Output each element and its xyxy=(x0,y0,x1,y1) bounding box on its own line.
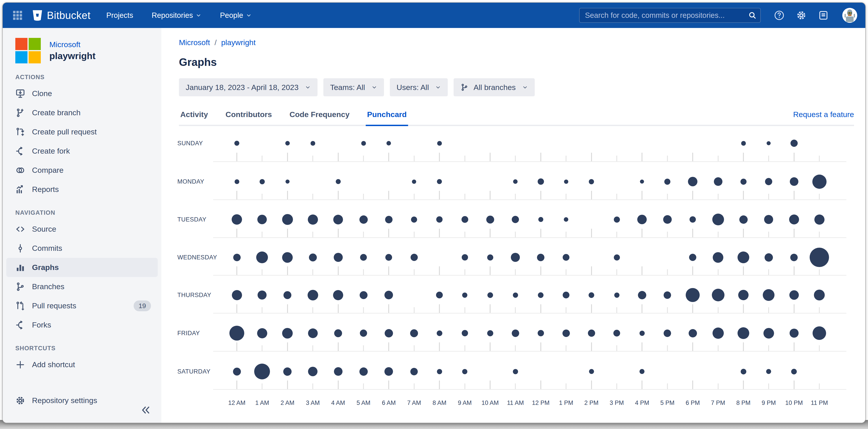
sidebar-item-reports[interactable]: Reports xyxy=(3,180,161,199)
user-avatar[interactable] xyxy=(842,8,857,23)
day-label-saturday: SATURDAY xyxy=(177,368,211,375)
microsoft-logo-square xyxy=(29,38,41,50)
punch-dot-tuesday-2am xyxy=(282,214,293,225)
org-link[interactable]: Microsoft xyxy=(49,40,96,49)
feedback-icon[interactable] xyxy=(818,10,829,21)
punch-dot-wednesday-9am xyxy=(462,254,468,260)
nav-link-people[interactable]: People xyxy=(219,11,253,20)
punch-dot-friday-11am xyxy=(512,330,519,337)
punch-dot-friday-12pm xyxy=(538,330,544,336)
hour-gridline xyxy=(439,266,440,275)
hour-gridline xyxy=(692,304,693,313)
help-icon[interactable] xyxy=(774,10,785,21)
sidebar-item-clone[interactable]: Clone xyxy=(3,84,161,103)
hour-gridline xyxy=(566,345,566,351)
punch-dot-friday-11pm xyxy=(812,326,826,340)
punch-dot-saturday-2pm xyxy=(589,369,594,374)
hour-gridline xyxy=(768,194,769,199)
hour-gridline xyxy=(794,229,795,237)
hour-gridline xyxy=(490,191,491,199)
punch-dot-tuesday-5am xyxy=(360,216,368,224)
hour-gridline xyxy=(338,229,339,237)
punch-dot-wednesday-1pm xyxy=(563,254,569,261)
hour-gridline xyxy=(287,304,288,313)
filter-chip-teams[interactable]: Teams: All xyxy=(323,78,384,96)
sidebar-item-compare[interactable]: Compare xyxy=(3,161,161,180)
punch-dot-wednesday-1am xyxy=(256,252,268,263)
punchcard-chart: SUNDAYMONDAYTUESDAYWEDNESDAYTHURSDAYFRID… xyxy=(161,126,865,412)
hour-gridline xyxy=(591,304,592,313)
chevron-down-icon xyxy=(371,84,377,90)
nav-link-repositories[interactable]: Repositories xyxy=(150,11,203,20)
nav-link-projects[interactable]: Projects xyxy=(105,11,134,20)
punch-dot-monday-1pm xyxy=(564,179,568,184)
hour-gridline xyxy=(261,269,262,275)
hour-gridline xyxy=(515,232,516,237)
hour-gridline xyxy=(490,380,491,389)
filter-chip-users[interactable]: Users: All xyxy=(390,78,448,96)
hour-gridline xyxy=(540,229,541,237)
hour-gridline xyxy=(363,307,364,313)
sidebar-item-forks[interactable]: Forks xyxy=(3,315,161,335)
sidebar-item-graphs[interactable]: Graphs xyxy=(6,258,158,277)
hour-gridline xyxy=(338,191,339,199)
breadcrumb-repo-link[interactable]: playwright xyxy=(221,38,255,47)
filter-chip-all-branches[interactable]: All branches xyxy=(454,78,534,96)
hour-gridline xyxy=(464,269,465,275)
sidebar-item-create-pull-request[interactable]: Create pull request xyxy=(3,122,161,141)
tab-code-frequency[interactable]: Code Frequency xyxy=(288,110,351,125)
punch-dot-thursday-3pm xyxy=(614,292,619,298)
nav-link-label: Repositories xyxy=(152,11,193,20)
hour-gridline xyxy=(363,269,364,275)
search-box[interactable] xyxy=(579,8,761,23)
hour-gridline xyxy=(540,342,541,351)
request-feature-link[interactable]: Request a feature xyxy=(793,110,854,125)
chevron-down-icon xyxy=(305,84,311,90)
row-baseline xyxy=(213,237,846,238)
hour-gridline xyxy=(515,155,516,161)
sidebar-item-create-branch[interactable]: Create branch xyxy=(3,103,161,122)
collapse-sidebar-icon[interactable] xyxy=(140,404,151,416)
tab-punchcard[interactable]: Punchcard xyxy=(366,110,408,126)
sidebar-item-add-shortcut[interactable]: Add shortcut xyxy=(3,355,161,374)
sidebar-item-commits[interactable]: Commits xyxy=(3,239,161,258)
hour-gridline xyxy=(540,304,541,313)
sidebar-item-create-fork[interactable]: Create fork xyxy=(3,141,161,161)
filter-chip-date-range[interactable]: January 18, 2023 - April 18, 2023 xyxy=(179,78,317,96)
app-switcher-icon[interactable] xyxy=(12,10,23,21)
sidebar-item-source[interactable]: Source xyxy=(3,220,161,239)
hour-gridline xyxy=(718,269,719,275)
tab-contributors[interactable]: Contributors xyxy=(224,110,273,125)
sidebar-item-branches[interactable]: Branches xyxy=(3,277,161,296)
settings-icon[interactable] xyxy=(796,10,807,21)
punch-dot-thursday-12pm xyxy=(538,292,544,298)
bitbucket-logo[interactable]: Bitbucket xyxy=(32,9,91,22)
tab-activity[interactable]: Activity xyxy=(179,110,209,125)
punch-dot-wednesday-12pm xyxy=(537,254,545,261)
breadcrumb-org-link[interactable]: Microsoft xyxy=(179,38,210,47)
search-input[interactable] xyxy=(579,8,761,23)
punch-dot-wednesday-11am xyxy=(511,253,520,262)
sidebar-item-pull-requests[interactable]: Pull requests19 xyxy=(3,296,161,315)
hour-gridline xyxy=(515,307,516,313)
punch-dot-tuesday-12am xyxy=(231,214,242,225)
punch-dot-friday-4am xyxy=(334,329,342,337)
punch-dot-monday-2pm xyxy=(589,179,594,184)
punch-dot-monday-8pm xyxy=(740,179,747,185)
punch-dot-tuesday-10pm xyxy=(789,214,799,224)
hour-gridline xyxy=(692,229,693,237)
search-icon[interactable] xyxy=(748,11,757,21)
hour-gridline xyxy=(261,383,262,389)
sidebar-item-repository-settings[interactable]: Repository settings xyxy=(3,391,161,410)
punch-dot-wednesday-5am xyxy=(360,254,367,261)
punch-dot-saturday-8am xyxy=(437,369,442,374)
punch-dot-thursday-9am xyxy=(462,292,467,298)
punch-dot-monday-12am xyxy=(235,179,239,184)
day-label-sunday: SUNDAY xyxy=(177,140,203,147)
hour-gridline xyxy=(718,307,719,313)
punch-dot-tuesday-8pm xyxy=(739,216,748,224)
hour-gridline xyxy=(287,266,288,275)
chevron-down-icon xyxy=(522,84,528,90)
punch-dot-sunday-5am xyxy=(361,141,366,146)
sidebar-item-label: Compare xyxy=(32,166,64,175)
